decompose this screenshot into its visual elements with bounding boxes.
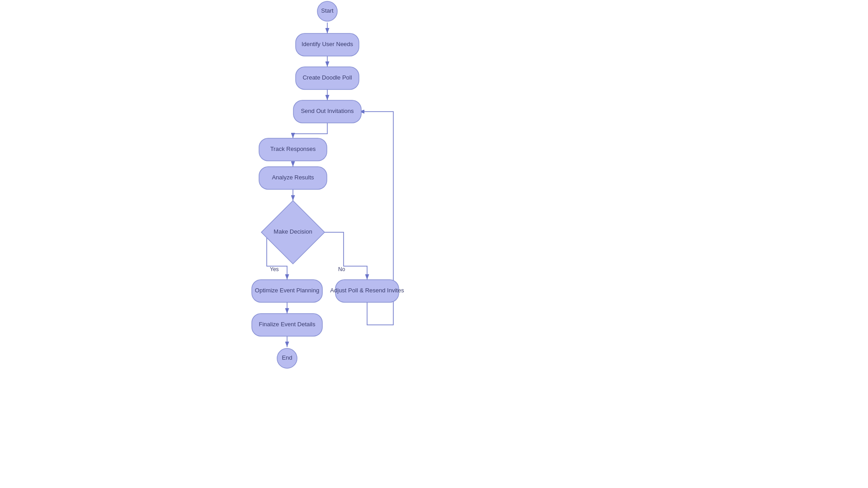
optimize-node: Optimize Event Planning	[252, 280, 322, 302]
arrow-send-track	[293, 123, 327, 138]
identify-node: Identify User Needs	[296, 33, 359, 56]
create-node: Create Doodle Poll	[296, 67, 359, 89]
optimize-label: Optimize Event Planning	[255, 287, 319, 294]
start-label: Start	[321, 7, 334, 14]
decide-node: Make Decision	[261, 201, 325, 264]
analyze-label: Analyze Results	[272, 174, 314, 181]
adjust-label: Adjust Poll & Resend Invites	[330, 287, 404, 294]
yes-label: Yes	[270, 266, 279, 272]
flowchart-container: Start Identify User Needs Create Doodle …	[0, 0, 868, 488]
end-label: End	[282, 354, 292, 361]
create-label: Create Doodle Poll	[302, 74, 352, 81]
send-node: Send Out Invitations	[293, 100, 361, 123]
end-node: End	[277, 348, 297, 368]
no-label: No	[338, 266, 345, 272]
decide-label: Make Decision	[274, 228, 312, 235]
track-node: Track Responses	[259, 138, 327, 161]
start-node: Start	[317, 1, 337, 21]
adjust-node: Adjust Poll & Resend Invites	[330, 280, 404, 302]
analyze-node: Analyze Results	[259, 167, 327, 189]
identify-label: Identify User Needs	[302, 41, 354, 47]
send-label: Send Out Invitations	[301, 108, 354, 114]
track-label: Track Responses	[270, 145, 316, 152]
finalize-node: Finalize Event Details	[252, 314, 322, 336]
finalize-label: Finalize Event Details	[259, 321, 316, 328]
